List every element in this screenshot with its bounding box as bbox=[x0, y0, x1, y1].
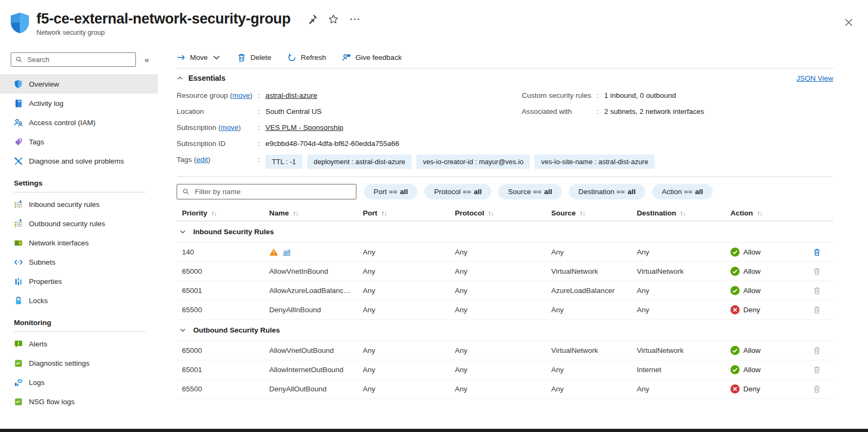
group-header-outbound[interactable]: Outbound Security Rules bbox=[177, 320, 833, 341]
filter-pill-destination[interactable]: Destination ==all bbox=[569, 184, 645, 199]
pin-icon[interactable] bbox=[307, 14, 317, 25]
subscription-value-link[interactable]: VES PLM - Sponsorship bbox=[265, 122, 344, 133]
delete-rule-button[interactable] bbox=[812, 248, 833, 257]
sidebar-item-logs[interactable]: Logs bbox=[0, 373, 158, 392]
delete-rule-button[interactable] bbox=[812, 365, 833, 374]
cell-name: all bbox=[269, 248, 363, 256]
column-header-priority[interactable]: Priority↑↓ bbox=[182, 209, 269, 217]
delete-rule-button[interactable] bbox=[812, 286, 833, 295]
table-row[interactable]: 65000 AllowVnetInBound Any Any VirtualNe… bbox=[177, 262, 833, 281]
subnets-icon bbox=[14, 258, 23, 267]
cell-protocol: Any bbox=[455, 248, 551, 256]
location-label: Location bbox=[177, 106, 258, 117]
delete-rule-button[interactable] bbox=[812, 267, 833, 276]
sidebar-item-nsg-flow-logs[interactable]: NSG flow logs bbox=[0, 392, 158, 411]
column-header-name[interactable]: Name↑↓ bbox=[269, 209, 363, 217]
delete-rule-button[interactable] bbox=[812, 346, 833, 355]
essentials-subscription-row: Subscription (move) : VES PLM - Sponsors… bbox=[177, 122, 522, 133]
activity-log-icon bbox=[14, 99, 23, 108]
sidebar-item-subnets[interactable]: Subnets bbox=[0, 252, 158, 272]
give-feedback-button[interactable]: Give feedback bbox=[342, 53, 401, 62]
rule-name-link[interactable]: all bbox=[283, 248, 291, 256]
essentials-collapse-toggle[interactable]: Essentials bbox=[177, 74, 225, 82]
sidebar-search-box[interactable] bbox=[11, 52, 136, 67]
more-options-icon[interactable] bbox=[349, 14, 360, 25]
tools-icon bbox=[14, 157, 23, 166]
cell-destination: Any bbox=[637, 248, 730, 256]
cell-port: Any bbox=[363, 366, 455, 374]
sidebar-item-label: Activity log bbox=[29, 99, 64, 107]
cell-destination: VirtualNetwork bbox=[637, 346, 730, 354]
delete-rule-button[interactable] bbox=[812, 305, 833, 314]
table-row[interactable]: 65001 AllowInternetOutBound Any Any Any … bbox=[177, 360, 833, 380]
sidebar-item-label: Outbound security rules bbox=[29, 220, 105, 228]
filter-pill-port[interactable]: Port ==all bbox=[364, 184, 417, 199]
move-button[interactable]: Move bbox=[177, 53, 221, 62]
refresh-button[interactable]: Refresh bbox=[287, 53, 326, 62]
group-header-inbound[interactable]: Inbound Security Rules bbox=[177, 221, 833, 243]
sidebar-item-overview[interactable]: Overview bbox=[0, 74, 158, 94]
filter-by-name-box[interactable] bbox=[177, 184, 356, 199]
cell-port: Any bbox=[363, 346, 455, 354]
column-header-port[interactable]: Port↑↓ bbox=[363, 209, 455, 217]
table-row[interactable]: 65500 DenyAllOutBound Any Any Any Any De… bbox=[177, 380, 833, 399]
cell-port: Any bbox=[363, 248, 455, 256]
chevron-down-icon bbox=[179, 327, 186, 334]
resource-menu-sidebar: « Overview Activity log Access control (… bbox=[0, 47, 161, 429]
sidebar-item-label: NSG flow logs bbox=[29, 398, 75, 406]
sidebar-item-tags[interactable]: Tags bbox=[0, 132, 158, 151]
resource-group-value-link[interactable]: astral-dist-azure bbox=[265, 90, 317, 101]
sidebar-item-diagnostic-settings[interactable]: Diagnostic settings bbox=[0, 353, 158, 373]
filter-pill-action[interactable]: Action ==all bbox=[652, 184, 713, 199]
table-row[interactable]: 65500 DenyAllInBound Any Any Any Any Den… bbox=[177, 300, 833, 320]
sidebar-item-activity-log[interactable]: Activity log bbox=[0, 94, 158, 113]
sidebar-search-input[interactable] bbox=[26, 55, 131, 64]
page-title: f5-ce-external-network-security-group bbox=[36, 11, 291, 27]
tags-label: Tags (edit) bbox=[177, 155, 258, 165]
table-row[interactable]: 65001 AllowAzureLoadBalanc… Any Any Azur… bbox=[177, 281, 833, 300]
resource-group-move-link[interactable]: move bbox=[232, 91, 250, 99]
column-header-destination[interactable]: Destination↑↓ bbox=[637, 209, 730, 217]
column-header-protocol[interactable]: Protocol↑↓ bbox=[455, 209, 551, 217]
sidebar-item-network-interfaces[interactable]: Network interfaces bbox=[0, 233, 158, 252]
essentials-subscription-id-row: Subscription ID : e9cbbd48-704d-4dfa-bf6… bbox=[177, 138, 522, 149]
filter-pill-source[interactable]: Source ==all bbox=[498, 184, 561, 199]
filter-pill-protocol[interactable]: Protocol ==all bbox=[424, 184, 491, 199]
cell-priority: 65500 bbox=[182, 306, 269, 314]
cell-protocol: Any bbox=[455, 385, 551, 393]
filter-by-name-input[interactable] bbox=[194, 187, 351, 196]
cell-priority: 65000 bbox=[182, 346, 269, 354]
close-icon[interactable] bbox=[843, 17, 854, 28]
tag-pill[interactable]: deployment : astral-dist-azure bbox=[307, 155, 412, 169]
nsg-flow-logs-icon bbox=[14, 397, 23, 406]
subscription-move-link[interactable]: move bbox=[221, 124, 239, 132]
delete-rule-button[interactable] bbox=[812, 384, 833, 394]
sidebar-item-properties[interactable]: Properties bbox=[0, 272, 158, 291]
sidebar-item-diagnose[interactable]: Diagnose and solve problems bbox=[0, 151, 158, 171]
tag-pill[interactable]: TTL : -1 bbox=[265, 155, 302, 169]
sidebar-item-inbound-rules[interactable]: Inbound security rules bbox=[0, 195, 158, 214]
collapse-menu-button[interactable]: « bbox=[144, 55, 149, 64]
cell-source: Any bbox=[551, 248, 637, 256]
table-row[interactable]: 140 all Any Any Any Any Allow bbox=[177, 243, 833, 262]
sidebar-item-locks[interactable]: Locks bbox=[0, 291, 158, 310]
filter-bar: Port ==all Protocol ==all Source ==all D… bbox=[177, 184, 833, 199]
sidebar-item-access-control[interactable]: Access control (IAM) bbox=[0, 113, 158, 132]
tag-pill[interactable]: ves-io-site-name : astral-dist-azure bbox=[535, 155, 654, 169]
tag-icon bbox=[14, 137, 23, 146]
sidebar-item-label: Inbound security rules bbox=[29, 200, 100, 209]
column-header-action[interactable]: Action↑↓ bbox=[730, 209, 812, 217]
tags-edit-link[interactable]: edit bbox=[196, 156, 208, 164]
table-row[interactable]: 65000 AllowVnetOutBound Any Any VirtualN… bbox=[177, 341, 833, 360]
essentials-associated-row: Associated with : 2 subnets, 2 network i… bbox=[522, 106, 833, 117]
json-view-link[interactable]: JSON View bbox=[796, 74, 833, 82]
cell-action: Allow bbox=[730, 267, 812, 276]
delete-button[interactable]: Delete bbox=[237, 53, 271, 62]
column-header-source[interactable]: Source↑↓ bbox=[551, 209, 637, 217]
favorite-star-icon[interactable] bbox=[328, 14, 339, 25]
sidebar-item-outbound-rules[interactable]: Outbound security rules bbox=[0, 214, 158, 233]
diagnostic-settings-icon bbox=[14, 359, 23, 368]
allow-check-icon bbox=[730, 346, 740, 355]
sidebar-item-alerts[interactable]: Alerts bbox=[0, 334, 158, 353]
tag-pill[interactable]: ves-io-creator-id : mayur@ves.io bbox=[416, 155, 530, 169]
